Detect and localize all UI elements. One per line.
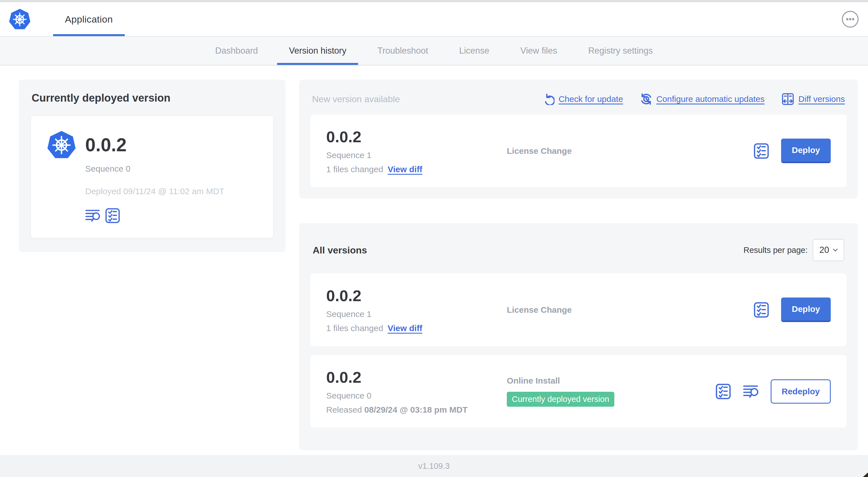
results-per-page-value: 20: [819, 245, 829, 255]
preflight-checklist-icon: [753, 302, 769, 318]
deploy-button[interactable]: Deploy: [781, 297, 831, 322]
check-for-update-link[interactable]: Check for update: [542, 93, 623, 105]
all-versions-title: All versions: [313, 245, 367, 256]
redeploy-button[interactable]: Redeploy: [771, 379, 831, 404]
currently-deployed-title: Currently deployed version: [32, 92, 273, 104]
released-timestamp: Released 08/29/24 @ 03:18 pm MDT: [326, 405, 507, 415]
view-deploy-logs-button[interactable]: [85, 208, 100, 223]
release-sequence: Sequence 1: [326, 309, 507, 319]
kubernetes-logo-icon: [8, 7, 31, 31]
deploy-logs-icon: [85, 208, 100, 223]
new-version-title: New version available: [312, 94, 400, 105]
release-version: 0.0.2: [326, 287, 507, 305]
tab-version-history[interactable]: Version history: [277, 37, 358, 65]
view-deploy-logs-button[interactable]: [743, 384, 759, 399]
chevron-down-icon: [833, 249, 838, 251]
overflow-menu-button[interactable]: [841, 10, 860, 29]
tab-dashboard[interactable]: Dashboard: [203, 37, 270, 65]
currently-deployed-badge: Currently deployed version: [507, 392, 614, 407]
deployed-version-panel: 0.0.2 Sequence 0 Deployed 09/11/24 @ 11:…: [31, 116, 273, 238]
version-row: 0.0.2 Sequence 0 Released 08/29/24 @ 03:…: [310, 355, 846, 427]
release-source: Online Install: [507, 376, 715, 386]
main-content: Currently deployed version 0.0.2 Sequenc…: [0, 65, 868, 455]
deploy-button[interactable]: Deploy: [781, 139, 831, 163]
configure-automatic-updates-link[interactable]: Configure automatic updates: [640, 93, 765, 105]
tab-troubleshoot[interactable]: Troubleshoot: [365, 37, 440, 65]
release-source: License Change: [507, 146, 753, 156]
version-row: 0.0.2 Sequence 1 1 files changed View di…: [310, 273, 846, 346]
app-subnav: Dashboard Version history Troubleshoot L…: [0, 36, 868, 65]
release-sequence: Sequence 0: [326, 391, 507, 400]
deploy-logs-icon: [743, 384, 759, 399]
diff-versions-link[interactable]: Diff versions: [781, 93, 845, 106]
tab-license[interactable]: License: [447, 37, 501, 65]
preflight-checks-button[interactable]: [753, 302, 769, 318]
release-version: 0.0.2: [326, 368, 507, 386]
results-per-page-select[interactable]: 20: [813, 239, 844, 261]
kubernetes-app-icon: [47, 130, 76, 159]
preflight-checks-button[interactable]: [715, 384, 731, 399]
deployed-version-number: 0.0.2: [85, 134, 260, 155]
schedule-update-icon: [640, 93, 652, 105]
tab-registry-settings[interactable]: Registry settings: [576, 37, 664, 65]
app-title: Application: [65, 14, 113, 25]
deployed-timestamp: Deployed 09/11/24 @ 11:02 am MDT: [85, 186, 260, 196]
view-diff-link[interactable]: View diff: [388, 165, 423, 174]
files-changed-text: 1 files changed: [326, 165, 383, 174]
results-per-page-label: Results per page:: [744, 245, 808, 255]
release-sequence: Sequence 1: [326, 150, 507, 160]
tab-view-files[interactable]: View files: [508, 37, 569, 65]
app-header: Application: [0, 2, 868, 36]
refresh-icon: [542, 93, 555, 105]
app-tab-application[interactable]: Application: [53, 2, 125, 36]
preflight-checks-button[interactable]: [105, 208, 120, 223]
window-top-strip: [0, 0, 868, 2]
preflight-checklist-icon: [753, 143, 769, 159]
diff-icon: [781, 93, 794, 106]
ellipsis-icon: [841, 10, 859, 28]
release-version: 0.0.2: [326, 127, 507, 146]
preflight-checks-button[interactable]: [753, 143, 769, 159]
deployed-sequence: Sequence 0: [85, 164, 260, 174]
app-footer: v1.109.3: [0, 455, 868, 477]
new-version-card: New version available Check for update C…: [299, 80, 858, 199]
console-version: v1.109.3: [418, 461, 450, 471]
currently-deployed-card: Currently deployed version 0.0.2 Sequenc…: [19, 80, 286, 252]
preflight-checklist-icon: [715, 384, 731, 399]
all-versions-card: All versions Results per page: 20 0.0.2 …: [299, 223, 858, 450]
active-app-tab-underline: [53, 34, 125, 36]
versions-column: New version available Check for update C…: [299, 80, 858, 450]
files-changed-text: 1 files changed: [326, 324, 383, 333]
release-source: License Change: [507, 305, 753, 315]
view-diff-link[interactable]: View diff: [388, 324, 423, 333]
preflight-checklist-icon: [105, 208, 120, 223]
new-version-release-row: 0.0.2 Sequence 1 1 files changed View di…: [310, 115, 846, 187]
